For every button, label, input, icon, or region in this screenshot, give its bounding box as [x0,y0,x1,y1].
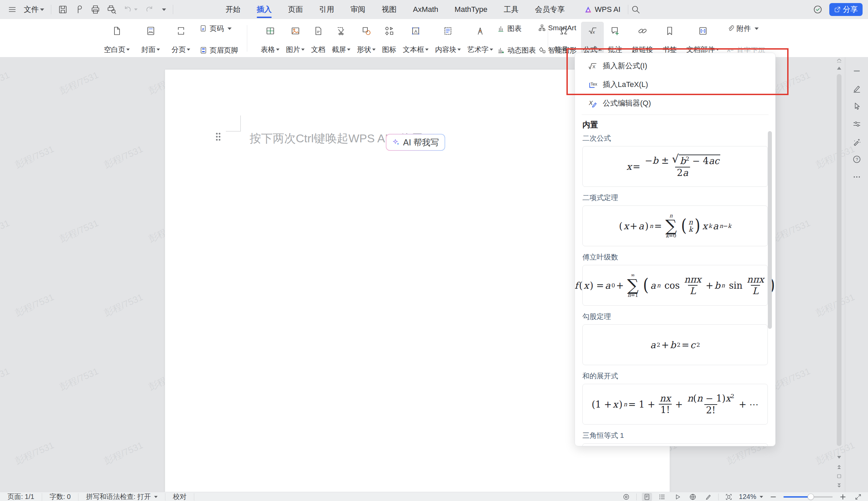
redo-icon[interactable] [144,5,154,14]
formula-card[interactable]: 二项式定理(x + a)n = n∑k=0(nk)xkan−k [582,193,768,246]
scrollbar-thumb[interactable] [837,74,842,446]
zoom-in-icon[interactable] [838,493,848,501]
ink-pen-icon[interactable] [703,493,713,501]
zoom-level[interactable]: 124% [739,493,763,501]
ribbon-button-shapes[interactable]: 形状 [355,22,378,56]
document-protect-badge-icon[interactable] [813,5,823,14]
tab-axmath[interactable]: AxMath [412,3,439,16]
ribbon-button-cover[interactable]: 封面 [139,22,162,56]
tab-mathtype[interactable]: MathType [454,3,488,16]
tab-page[interactable]: 页面 [287,2,303,17]
tab-view[interactable]: 视图 [381,2,397,17]
ribbon-button-page-number[interactable]: #页码 [200,24,238,33]
zoom-slider-thumb[interactable] [808,494,814,500]
tab-wps-ai[interactable]: WPS AI [585,5,641,14]
spellcheck-status[interactable]: 拼写和语法检查: 打开 [78,493,165,501]
file-menu[interactable]: 文件 [24,4,44,14]
ribbon-button-attachment[interactable]: 附件 [727,24,765,33]
ai-help-write-button[interactable]: AI 帮我写 [386,134,445,151]
ribbon-button-page-break[interactable]: 分页 [170,22,192,56]
formula-preview[interactable]: x = −b ± √b2 − 4ac2a [582,146,768,187]
ribbon-button-doc-part[interactable]: 文档部件 [684,22,721,56]
formula-card[interactable]: 二次公式x = −b ± √b2 − 4ac2a [582,134,768,187]
share-button[interactable]: 分享 [829,3,862,16]
ribbon-button-blank-page[interactable]: 空白页 [102,22,132,56]
formula-card[interactable]: 勾股定理a2 + b2 = c2 [582,312,768,365]
ribbon-button-textbox[interactable]: A文本框 [401,22,431,56]
tab-tools[interactable]: 工具 [503,2,519,17]
omega-icon [559,23,568,39]
zoom-out-icon[interactable] [768,493,778,501]
proofread-button[interactable]: 校对 [165,493,194,501]
collapse-ribbon-icon[interactable] [835,57,843,65]
help-icon[interactable]: ? [853,155,861,164]
fit-page-icon[interactable] [724,493,734,501]
menu-item-insert-latex[interactable]: Tex插入LaTeX(L) [575,75,775,94]
formula-preview[interactable]: a2 + b2 = c2 [582,324,768,365]
scroll-down-icon[interactable] [836,454,843,461]
ribbon-button-hyperlink[interactable]: 超链接 [630,22,655,56]
undo-button[interactable] [123,5,138,14]
tab-reference[interactable]: 引用 [319,2,335,17]
ribbon-button-content-block[interactable]: 内容块 [433,22,463,56]
formula-preview[interactable]: sin α ± sin β = 2 sin12(α ± β) cos12(α ∓… [582,443,768,446]
zoom-slider[interactable] [783,496,833,498]
ribbon-button-table[interactable]: 表格 [259,22,281,56]
page-view-icon[interactable] [642,493,652,501]
ribbon-button-icons[interactable]: 图标 [380,22,398,56]
web-view-icon[interactable] [688,493,698,501]
read-mode-icon[interactable] [621,493,631,501]
hyperlink-icon [638,23,647,39]
print-icon[interactable] [91,5,100,14]
minimize-dash-icon[interactable] [853,66,861,75]
share-icon [834,6,841,13]
menu-item-formula-editor[interactable]: X公式编辑器(Q) [575,94,775,113]
tab-member[interactable]: 会员专享 [534,2,566,17]
outline-view-icon[interactable] [657,493,667,501]
main-menu-icon[interactable] [8,5,17,14]
ribbon-button-wordart[interactable]: 艺术字 [465,22,495,56]
ribbon-button-comment[interactable]: 批注 [606,22,624,56]
ribbon-button-picture[interactable]: 图片 [284,22,307,56]
page-count[interactable]: 页面: 1/1 [0,493,42,501]
word-count[interactable]: 字数: 0 [42,493,78,501]
formula-name: 傅立叶级数 [582,252,768,262]
ribbon-button-header-footer[interactable]: 页眉页脚 [200,45,238,55]
export-pdf-icon[interactable] [74,5,84,14]
tab-insert[interactable]: 插入 [256,2,272,17]
scroll-up-icon[interactable] [835,65,843,72]
watermark-text: 彭程/7531 [58,365,100,393]
paragraph-drag-handle[interactable] [216,133,222,142]
save-icon[interactable] [58,5,67,14]
adjust-sliders-icon[interactable] [853,119,861,128]
ribbon-button-screenshot[interactable]: 截屏 [330,22,353,56]
select-cursor-icon[interactable] [853,102,861,111]
formula-preview[interactable]: (x + a)n = n∑k=0(nk)xkan−k [582,205,768,246]
ribbon-button-chart[interactable]: 图表 [497,24,536,33]
more-dots-icon[interactable] [853,172,861,181]
print-preview-icon[interactable] [107,5,117,14]
previous-page-icon[interactable] [836,463,843,470]
fullscreen-icon[interactable] [853,493,863,501]
formula-card[interactable]: 傅立叶级数f(x) = a0 + ∞∑n=1(an cosnπxL + bn s… [582,252,768,306]
ribbon-button-dynamic-chart[interactable]: 动态图表 [497,45,536,55]
select-browse-object-icon[interactable] [836,473,843,480]
formula-preview[interactable]: (1 + x)n = 1 + nx1! + n(n − 1)x22! + ⋯ [582,384,768,425]
ribbon-button-bookmark[interactable]: 书签 [661,22,679,56]
edit-pen-icon[interactable] [853,84,861,93]
menu-scrollbar[interactable] [768,131,772,329]
tab-home[interactable]: 开始 [225,2,241,17]
magic-wand-icon[interactable] [853,137,861,146]
toolbar-more-icon[interactable] [162,9,166,11]
search-icon[interactable] [631,5,641,14]
tab-review[interactable]: 审阅 [350,2,366,17]
menu-item-insert-new-formula[interactable]: X插入新公式(I) [575,56,775,75]
formula-card[interactable]: 三角恒等式 1sin α ± sin β = 2 sin12(α ± β) co… [582,431,768,446]
play-presentation-icon[interactable] [672,493,683,501]
svg-text:x: x [592,30,595,35]
formula-card[interactable]: 和的展开式(1 + x)n = 1 + nx1! + n(n − 1)x22! … [582,371,768,425]
ribbon-button-document[interactable]: 文档 [309,22,328,56]
formula-preview[interactable]: f(x) = a0 + ∞∑n=1(an cosnπxL + bn sinnπx… [582,265,768,306]
ribbon-button-symbol[interactable]: 符号 [552,22,575,56]
next-page-icon[interactable] [836,482,843,489]
